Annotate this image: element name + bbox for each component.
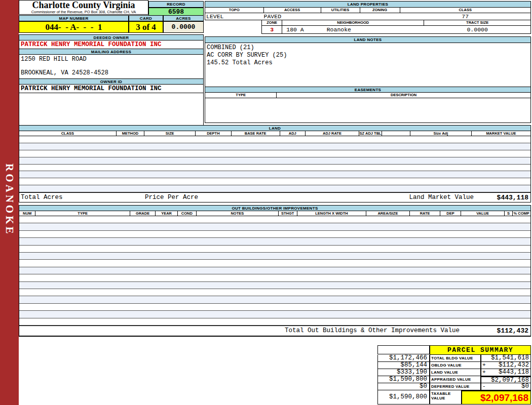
owner-panel-fill [19, 93, 204, 129]
ps-left-value: $1,590,800 [377, 390, 430, 404]
ob-col-notes: NOTES [197, 211, 278, 216]
outbuildings-empty-rows [19, 216, 531, 326]
col-access: ACCESS [264, 8, 321, 13]
ps-left-value: $1,590,800 [377, 376, 430, 383]
col-utilities: UTILITIES [321, 8, 360, 13]
property-record-card: ROANOKE Charlotte County Virginia Commis… [0, 0, 532, 405]
land-table: LAND CLASS METHOD SIZE DEPTH BASE RATE A… [19, 125, 531, 202]
county-title: Charlotte County Virginia [19, 1, 148, 10]
land-table-title: LAND [19, 125, 531, 131]
easements-panel: EASEMENTS TYPE DESCRIPTION [205, 87, 531, 123]
land-note-line: COMBINED (21) [207, 44, 529, 52]
land-table-empty-rows [19, 136, 531, 192]
land-notes-body: COMBINED (21) AC CORR BY SURVEY (25) 145… [205, 43, 531, 87]
taxable-value-amount: $2,097,168 [462, 390, 531, 404]
land-totals-row: Total Acres Price Per Acre Land Market V… [19, 192, 531, 202]
ob-col-dep: DEP [440, 211, 461, 216]
ob-col-year: YEAR [156, 211, 177, 216]
outbuildings-totals-row: Total Out Buildings & Other Improvements… [19, 326, 531, 337]
ps-right-value: $2,097,168 [481, 376, 531, 383]
acres-value: 0.0000 [163, 21, 204, 33]
owner-panel: DEEDED OWNER PATRICK HENRY MEMORIAL FOUN… [19, 34, 204, 129]
ps-left-value: $0 [377, 383, 430, 390]
price-per-acre-label: Price Per Acre [145, 194, 198, 201]
easements-body [205, 98, 531, 123]
zoning-value [360, 13, 400, 20]
ob-col-type: TYPE [35, 211, 130, 216]
ps-right-value: - $0 [481, 383, 531, 390]
col-easement-description: DESCRIPTION [277, 93, 530, 98]
land-note-line: 145.52 Total Acres [207, 59, 529, 67]
district-vertical-label: ROANOKE [0, 154, 19, 246]
zone-header: ZONE [261, 20, 282, 26]
land-notes-title: LAND NOTES [205, 36, 531, 43]
land-col-size-adj: Size Adj [410, 131, 472, 136]
mailing-address-header: MAILING ADDRESS [19, 49, 204, 55]
land-market-value: $443,118 [497, 194, 528, 201]
map-number-value: 044- - A- - - 1 [19, 21, 129, 33]
record-header: RECORD [148, 1, 204, 8]
card-header: CARD [129, 15, 163, 21]
outbuildings-table: OUT BUILDINGS/OTHER IMPROVEMENTS NUM TYP… [19, 205, 531, 337]
ps-label: TOTAL BLDG VALUE [430, 355, 481, 362]
land-notes-panel: LAND NOTES COMBINED (21) AC CORR BY SURV… [205, 36, 531, 87]
owner-id-value: PATRICK HENRY MEMORIAL FOUNDATION INC [19, 85, 204, 93]
deeded-owner-header: DEEDED OWNER [19, 34, 204, 40]
tract-size-value: 0.0000 [424, 26, 531, 34]
land-col-market-value: MARKET VALUE [472, 131, 530, 136]
deeded-owner-name: PATRICK HENRY MEMORIAL FOUNDATION INC [19, 40, 204, 49]
utilities-value [321, 13, 360, 20]
neighborhood-name: Roanoke [327, 26, 351, 33]
map-number-header: MAP NUMBER [19, 15, 129, 21]
record-value: 6598 [148, 8, 204, 16]
land-col-depth: DEPTH [196, 131, 232, 136]
land-col-size: SIZE [144, 131, 196, 136]
county-subtitle: Commissioner of the Revenue, PO Box 308,… [19, 10, 148, 14]
neighborhood-value: 180 A Roanoke [282, 26, 424, 34]
outbuildings-total-value: $112,432 [497, 327, 528, 335]
ps-right-value: + $112,432 [481, 362, 531, 369]
land-col-method: METHOD [117, 131, 144, 136]
land-market-value-label: Land Market Value [409, 194, 474, 201]
ps-label: DEFERRED VALUE [430, 383, 481, 390]
easements-title: EASEMENTS [205, 87, 531, 93]
outbuildings-title: OUT BUILDINGS/OTHER IMPROVEMENTS [19, 205, 531, 211]
parcel-summary-empty-cell [377, 345, 430, 354]
land-col-class: CLASS [19, 131, 117, 136]
ps-label: LAND VALUE [430, 369, 481, 376]
ps-label: APPRAISED VALUE [430, 376, 481, 383]
tract-size-header: TRACT SIZE [424, 20, 531, 26]
ps-left-value: $1,172,466 [377, 355, 430, 362]
mailing-address-body: 1250 RED HILL ROAD BROOKNEAL, VA 24528-4… [19, 55, 204, 79]
ps-right-value: $1,541,618 [481, 355, 531, 362]
parcel-summary: PARCEL SUMMARY $1,172,466 TOTAL BLDG VAL… [377, 345, 531, 404]
ob-col-num: NUM [19, 211, 35, 216]
land-col-sz-adj-tbl: SZ ADJ TBL [359, 131, 382, 136]
taxable-value-label: TAXABLE VALUE [430, 390, 462, 404]
land-col-blank [382, 131, 410, 136]
acres-header: ACRES [163, 15, 204, 21]
col-zoning: ZONING [360, 8, 400, 13]
ob-col-cond: COND [178, 211, 197, 216]
ps-left-value: $85,144 [377, 362, 430, 369]
parcel-summary-title: PARCEL SUMMARY [430, 345, 531, 355]
ob-col-pct-comp: % COMP [513, 211, 530, 216]
col-easement-type: TYPE [205, 93, 277, 98]
col-class: CLASS [400, 8, 530, 13]
sidebar-strip: ROANOKE [0, 0, 19, 405]
land-col-base-rate: BASE RATE [232, 131, 280, 136]
ps-left-value: $333,190 [377, 369, 430, 376]
land-properties-panel: LAND PROPERTIES TOPO ACCESS UTILITIES ZO… [205, 1, 531, 34]
outbuildings-total-label: Total Out Buildings & Other Improvements… [285, 327, 460, 334]
neighborhood-header: NEIGHBORHOOD [282, 20, 424, 26]
ob-col-sthgt: STHGT [279, 211, 297, 216]
land-col-adj: ADJ [280, 131, 306, 136]
class-value: 77 [400, 13, 530, 20]
land-col-adj-rate: ADJ RATE [306, 131, 359, 136]
zone-value: 3 [261, 26, 282, 34]
county-header: Charlotte County Virginia Commissioner o… [19, 0, 148, 15]
ps-label: OBLDG VALUE [430, 362, 481, 369]
land-properties-title: LAND PROPERTIES [205, 1, 531, 8]
total-acres-label: Total Acres [21, 194, 63, 201]
land-note-line: AC CORR BY SURVEY (25) [207, 52, 529, 59]
